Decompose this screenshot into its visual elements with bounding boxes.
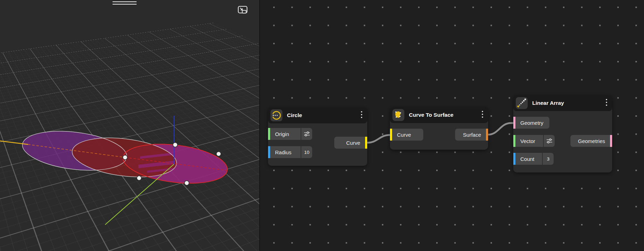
control-point[interactable] bbox=[217, 152, 221, 156]
socket-label: Geometries bbox=[573, 138, 610, 144]
output-socket-curve[interactable]: Curve bbox=[334, 137, 367, 149]
socket-label: Radius bbox=[270, 149, 301, 155]
input-socket-radius[interactable]: Radius 10 bbox=[268, 146, 312, 158]
socket-label: Count bbox=[515, 156, 542, 162]
circle-icon bbox=[270, 109, 282, 121]
node-linear-array-header[interactable]: Linear Array bbox=[513, 95, 612, 111]
control-point[interactable] bbox=[123, 155, 128, 160]
node-title: Linear Array bbox=[532, 100, 605, 106]
node-circle-header[interactable]: Circle bbox=[268, 107, 367, 123]
curve-to-surface-icon bbox=[392, 109, 404, 121]
viewport-3d[interactable] bbox=[0, 0, 259, 251]
kebab-menu-icon[interactable] bbox=[605, 99, 608, 108]
drag-handle-icon[interactable] bbox=[112, 1, 137, 5]
socket-label: Origin bbox=[270, 131, 301, 137]
control-point[interactable] bbox=[173, 143, 178, 147]
sliders-icon[interactable] bbox=[543, 135, 555, 147]
control-point[interactable] bbox=[137, 176, 142, 181]
count-value-field[interactable]: 3 bbox=[542, 153, 554, 165]
node-curve-to-surface-header[interactable]: Curve To Surface bbox=[390, 107, 488, 123]
wire-circle-to-curvetosurface[interactable] bbox=[367, 135, 390, 143]
node-curve-to-surface[interactable]: Curve To Surface Curve Surface bbox=[390, 107, 488, 150]
node-title: Circle bbox=[287, 112, 361, 118]
socket-label: Vector bbox=[515, 138, 543, 144]
input-socket-origin[interactable]: Origin bbox=[268, 128, 312, 140]
socket-accent bbox=[365, 137, 367, 149]
radius-value-field[interactable]: 10 bbox=[301, 146, 312, 158]
socket-accent bbox=[610, 135, 612, 147]
socket-label: Geometry bbox=[515, 120, 549, 126]
input-socket-vector[interactable]: Vector bbox=[513, 135, 555, 147]
input-socket-count[interactable]: Count 3 bbox=[513, 153, 554, 165]
input-socket-curve[interactable]: Curve bbox=[390, 129, 423, 141]
node-linear-array[interactable]: Linear Array Geometry Vector bbox=[513, 95, 612, 172]
linear-array-icon bbox=[516, 97, 528, 109]
picture-in-picture-icon[interactable] bbox=[238, 6, 248, 15]
control-point[interactable] bbox=[185, 181, 189, 185]
node-circle[interactable]: Circle Origin bbox=[268, 107, 367, 166]
socket-label: Curve bbox=[341, 140, 365, 146]
socket-label: Curve bbox=[392, 132, 423, 138]
socket-label: Surface bbox=[458, 132, 486, 138]
output-socket-geometries[interactable]: Geometries bbox=[570, 135, 612, 147]
node-title: Curve To Surface bbox=[409, 112, 481, 118]
input-socket-geometry[interactable]: Geometry bbox=[513, 117, 549, 129]
kebab-menu-icon[interactable] bbox=[481, 110, 484, 120]
kebab-menu-icon[interactable] bbox=[361, 111, 363, 120]
output-socket-surface[interactable]: Surface bbox=[455, 129, 488, 141]
node-editor-canvas[interactable]: Circle Origin bbox=[259, 0, 644, 251]
wire-surface-to-geometry[interactable] bbox=[488, 123, 513, 135]
socket-accent bbox=[486, 129, 488, 141]
sliders-icon[interactable] bbox=[301, 128, 312, 140]
app-window: Circle Origin bbox=[0, 0, 644, 251]
